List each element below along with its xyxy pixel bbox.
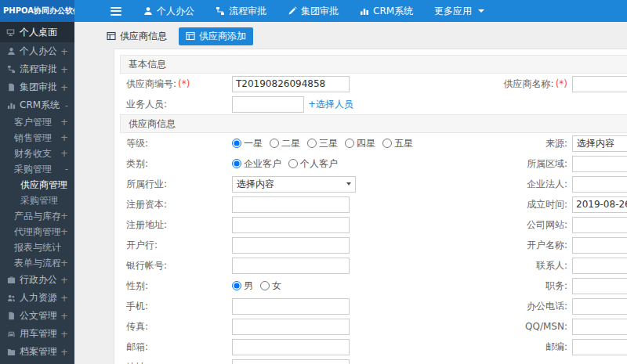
form-icon: [107, 31, 116, 41]
bank-account-label: 银行帐号:: [120, 259, 232, 272]
nav-personal-office[interactable]: 个人办公: [143, 5, 194, 18]
supplier-name-input[interactable]: [572, 76, 627, 92]
mobile-input[interactable]: [232, 298, 350, 315]
expand-plus-icon: +: [60, 275, 68, 286]
registered-capital-input[interactable]: [232, 196, 350, 213]
topbar: PHPOA协同办公软件 个人办公 流程审批 集团审批 CRM系统: [0, 0, 627, 22]
hamburger-menu-icon[interactable]: [111, 5, 121, 17]
level-radio-2star[interactable]: 二星: [270, 137, 300, 150]
sidebar-item-form-flow-settings[interactable]: 表单与流程设置 +: [0, 255, 74, 271]
office-phone-input[interactable]: [572, 298, 627, 315]
sidebar-item-agent-mgmt[interactable]: 代理商管理 +: [0, 224, 74, 240]
sidebar-item-admin-office[interactable]: 行政办公 +: [0, 271, 74, 289]
position-input[interactable]: [572, 278, 627, 294]
nav-label: CRM系统: [373, 5, 413, 18]
supplier-no-input[interactable]: [232, 76, 350, 92]
user-icon: [143, 6, 153, 16]
sidebar-item-reports[interactable]: 报表与统计: [0, 240, 74, 255]
level-label: 等级:: [120, 137, 232, 150]
form-row: 地址:: [120, 357, 627, 364]
expand-plus-icon: +: [60, 211, 68, 222]
address-label: 地址:: [120, 361, 232, 364]
form-row: 邮箱: 邮编:: [120, 337, 627, 357]
mobile-label: 手机:: [120, 300, 232, 313]
sidebar-item-customer-mgmt[interactable]: 客户管理 +: [0, 114, 74, 130]
sidebar-item-personal-office[interactable]: 个人办公 +: [0, 42, 74, 60]
level-radio-4star[interactable]: 四星: [345, 137, 375, 150]
sidebar-item-document-mgmt[interactable]: 公文管理 +: [0, 307, 74, 325]
region-input[interactable]: [572, 156, 627, 172]
gender-radio-female[interactable]: 女: [260, 279, 281, 293]
supplier-no-label: 供应商编号:(*): [120, 77, 232, 91]
form-row: 类别: 企业客户 个人客户 所属区域:: [120, 153, 627, 174]
nav-crm-system[interactable]: CRM系统: [360, 5, 413, 18]
account-name-input[interactable]: [572, 237, 627, 254]
sidebar-item-supplier-mgmt[interactable]: 供应商管理: [0, 177, 74, 193]
nav-more-apps[interactable]: 更多应用: [434, 5, 484, 18]
caret-down-icon: [346, 182, 351, 186]
expand-plus-icon: +: [60, 258, 68, 268]
email-input[interactable]: [232, 339, 350, 355]
sidebar-item-group-approval[interactable]: 集团审批 +: [0, 78, 74, 96]
level-radio-5star[interactable]: 五星: [382, 137, 413, 150]
bank-account-input[interactable]: [232, 258, 350, 274]
sidebar-item-flow-approval[interactable]: 流程审批 +: [0, 60, 74, 78]
form-row: 业务人员: +选择人员: [120, 94, 627, 114]
doc-icon: [7, 83, 16, 92]
people-icon: [7, 294, 16, 302]
nav-group-approval[interactable]: 集团审批: [288, 5, 339, 18]
registered-address-input[interactable]: [232, 217, 350, 233]
category-radio-company[interactable]: 企业客户: [232, 157, 281, 171]
industry-select[interactable]: 选择内容: [232, 176, 356, 193]
sidebar-item-product-stock[interactable]: 产品与库存 +: [0, 208, 74, 224]
edit-icon: [288, 6, 297, 16]
contact-person-label: 联系人:: [445, 259, 567, 272]
expand-plus-icon: +: [60, 132, 68, 143]
form-row: 开户行: 开户名称:: [120, 235, 627, 255]
expand-plus-icon: +: [60, 46, 68, 57]
choose-person-link[interactable]: +选择人员: [308, 98, 353, 111]
sidebar-item-desktop[interactable]: 个人桌面: [0, 22, 74, 42]
sidebar-item-vehicle-mgmt[interactable]: 用车管理 +: [0, 325, 74, 343]
qq-msn-label: QQ/MSN:: [445, 321, 567, 332]
registered-capital-label: 注册资本:: [120, 198, 232, 211]
bank-input[interactable]: [232, 237, 350, 254]
nav-label: 集团审批: [301, 5, 339, 18]
tab-supplier-add[interactable]: 供应商添加: [179, 27, 253, 45]
doc-icon: [7, 312, 16, 320]
sidebar-item-hr[interactable]: 人力资源 +: [0, 289, 74, 307]
address-input[interactable]: [232, 359, 350, 364]
level-radio-1star[interactable]: 一星: [232, 137, 263, 150]
bank-label: 开户行:: [120, 239, 232, 252]
section-basic-info: 基本信息: [120, 55, 627, 74]
office-phone-label: 办公电话:: [445, 300, 567, 313]
sidebar-item-archive-mgmt[interactable]: 档案管理 +: [0, 343, 74, 361]
sidebar-item-purchasing[interactable]: 采购管理: [0, 193, 74, 208]
level-radio-3star[interactable]: 三星: [307, 137, 338, 150]
zip-code-input[interactable]: [572, 339, 627, 355]
founded-time-input[interactable]: [572, 196, 627, 213]
source-select[interactable]: 选择内容: [572, 135, 627, 152]
tab-supplier-info[interactable]: 供应商信息: [103, 27, 171, 45]
qq-msn-input[interactable]: [572, 319, 627, 335]
sidebar-item-finance[interactable]: 财务收支 +: [0, 146, 74, 161]
gender-radio-male[interactable]: 男: [232, 279, 253, 293]
sidebar-item-crm-system[interactable]: CRM系统 -: [0, 96, 74, 114]
form-row: 等级: 一星 二星 三星 四星 五星 来源: 选择内容: [120, 133, 627, 153]
fax-input[interactable]: [232, 319, 350, 335]
website-input[interactable]: [572, 217, 627, 233]
expand-plus-icon: +: [60, 64, 68, 75]
sidebar-item-purchase-mgmt[interactable]: 采购管理 -: [0, 161, 74, 177]
category-radio-personal[interactable]: 个人客户: [288, 157, 338, 171]
business-person-input[interactable]: [232, 96, 304, 113]
sidebar-item-sales-mgmt[interactable]: 销售管理 +: [0, 130, 74, 146]
email-label: 邮箱:: [120, 341, 232, 354]
contact-person-input[interactable]: [572, 258, 627, 274]
nav-flow-approval[interactable]: 流程审批: [216, 5, 266, 18]
legal-person-input[interactable]: [572, 176, 627, 193]
chart-icon: [7, 101, 16, 110]
app-logo: PHPOA协同办公软件: [0, 0, 74, 22]
tab-bar: 供应商信息 供应商添加: [74, 22, 627, 49]
top-nav: 个人办公 流程审批 集团审批 CRM系统 更多应用: [143, 5, 506, 18]
form-row: 注册资本: 成立时间:: [120, 194, 627, 214]
